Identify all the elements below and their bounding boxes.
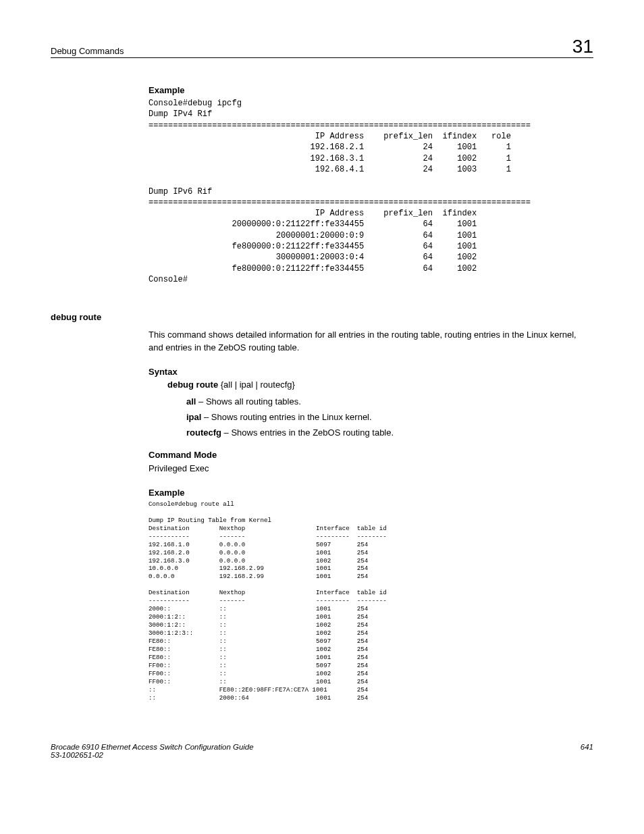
option-ipal-desc: – Shows routing entries in the Linux ker… bbox=[201, 412, 371, 422]
example-route-output: Console#debug route all Dump IP Routing … bbox=[149, 500, 593, 702]
example-heading: Example bbox=[149, 85, 593, 95]
footer-page-number: 641 bbox=[581, 743, 593, 759]
syntax-line: debug route {all | ipal | routecfg} bbox=[167, 380, 593, 390]
page-header: Debug Commands 31 bbox=[51, 37, 593, 58]
footer-doc-title: Brocade 6910 Ethernet Access Switch Conf… bbox=[51, 743, 254, 751]
header-section-title: Debug Commands bbox=[51, 46, 124, 56]
footer-doc-number: 53-1002651-02 bbox=[51, 751, 254, 759]
option-ipal: ipal – Shows routing entries in the Linu… bbox=[186, 412, 593, 422]
syntax-heading: Syntax bbox=[149, 367, 593, 377]
option-all-desc: – Shows all routing tables. bbox=[196, 396, 300, 407]
page-footer: Brocade 6910 Ethernet Access Switch Conf… bbox=[51, 743, 593, 759]
command-name-heading: debug route bbox=[51, 312, 593, 322]
option-all: all – Shows all routing tables. bbox=[186, 396, 593, 407]
command-description: This command shows detailed information … bbox=[149, 329, 593, 355]
example-ipcfg-output: Console#debug ipcfg Dump IPv4 Rif ======… bbox=[149, 98, 593, 285]
header-chapter-number: 31 bbox=[572, 37, 593, 56]
syntax-opts: {all | ipal | routecfg} bbox=[221, 380, 295, 390]
option-routecfg: routecfg – Shows entries in the ZebOS ro… bbox=[186, 427, 593, 438]
example2-heading: Example bbox=[149, 488, 593, 498]
option-routecfg-key: routecfg bbox=[186, 427, 221, 438]
option-all-key: all bbox=[186, 396, 196, 407]
command-mode-heading: Command Mode bbox=[149, 450, 593, 460]
command-mode-text: Privileged Exec bbox=[149, 463, 593, 475]
option-routecfg-desc: – Shows entries in the ZebOS routing tab… bbox=[221, 427, 394, 438]
option-ipal-key: ipal bbox=[186, 412, 201, 422]
footer-left: Brocade 6910 Ethernet Access Switch Conf… bbox=[51, 743, 254, 759]
syntax-cmd: debug route bbox=[167, 380, 221, 390]
